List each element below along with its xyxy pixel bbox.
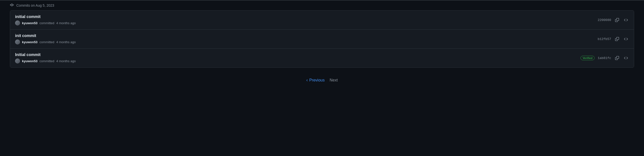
browse-repo-button[interactable] [623,55,629,61]
commit-time: 4 months ago [56,40,76,44]
code-icon [624,18,628,22]
commit-message: initial commit [15,14,76,19]
next-button[interactable]: Next [330,78,338,82]
commit-message: Initial commit [15,53,76,57]
commit-hash: 1ab81fc [598,56,611,60]
avatar-image [15,58,20,63]
table-row: Initial commit kyuwon53 committed 4 mont… [10,49,634,67]
copy-hash-button[interactable] [614,17,620,23]
commit-meta: kyuwon53 committed 4 months ago [15,20,76,25]
avatar [15,58,20,63]
commit-right: 2200080 [598,17,629,23]
commit-author: kyuwon53 [22,21,38,25]
next-label: Next [330,78,338,82]
avatar [15,20,20,25]
avatar-image [15,39,20,44]
chevron-left-icon: ‹ [306,78,308,83]
commit-committed-text: committed [40,40,54,44]
table-row: initial commit kyuwon53 committed 4 mont… [10,11,634,30]
code-icon [624,56,628,60]
code-icon [624,37,628,41]
commit-hash: 2200080 [598,18,611,22]
commit-committed-text: committed [40,59,54,63]
commit-author: kyuwon53 [22,59,38,63]
commits-list: initial commit kyuwon53 committed 4 mont… [10,10,634,68]
commit-meta: kyuwon53 committed 4 months ago [15,39,76,44]
commit-left: init commit kyuwon53 committed 4 months … [15,33,76,44]
commits-date-label: Commits on Aug 5, 2023 [16,3,54,7]
svg-point-0 [11,4,13,6]
commit-right: Verified 1ab81fc [580,55,629,61]
avatar-image [15,20,20,25]
commit-meta: kyuwon53 committed 4 months ago [15,58,76,63]
commit-message: init commit [15,33,76,38]
copy-icon [615,56,619,60]
verified-badge: Verified [580,56,595,60]
avatar [15,39,20,44]
browse-repo-button[interactable] [623,36,629,42]
commits-date-row: Commits on Aug 5, 2023 [0,0,644,10]
commit-time: 4 months ago [56,59,76,63]
page-wrapper: Commits on Aug 5, 2023 initial commit ky… [0,0,644,90]
commit-committed-text: committed [40,21,54,25]
copy-icon [615,18,619,22]
copy-icon [615,37,619,41]
copy-hash-button[interactable] [614,36,620,42]
commit-right: b12fb57 [598,36,629,42]
commit-time: 4 months ago [56,21,76,25]
commit-icon [10,3,14,8]
table-row: init commit kyuwon53 committed 4 months … [10,30,634,49]
commit-hash: b12fb57 [598,37,611,41]
commit-left: initial commit kyuwon53 committed 4 mont… [15,14,76,25]
pagination: ‹ Previous Next [0,70,644,90]
browse-repo-button[interactable] [623,17,629,23]
previous-button[interactable]: ‹ Previous [306,78,324,83]
copy-hash-button[interactable] [614,55,620,61]
commit-author: kyuwon53 [22,40,38,44]
commit-left: Initial commit kyuwon53 committed 4 mont… [15,53,76,63]
previous-label: Previous [309,78,324,82]
